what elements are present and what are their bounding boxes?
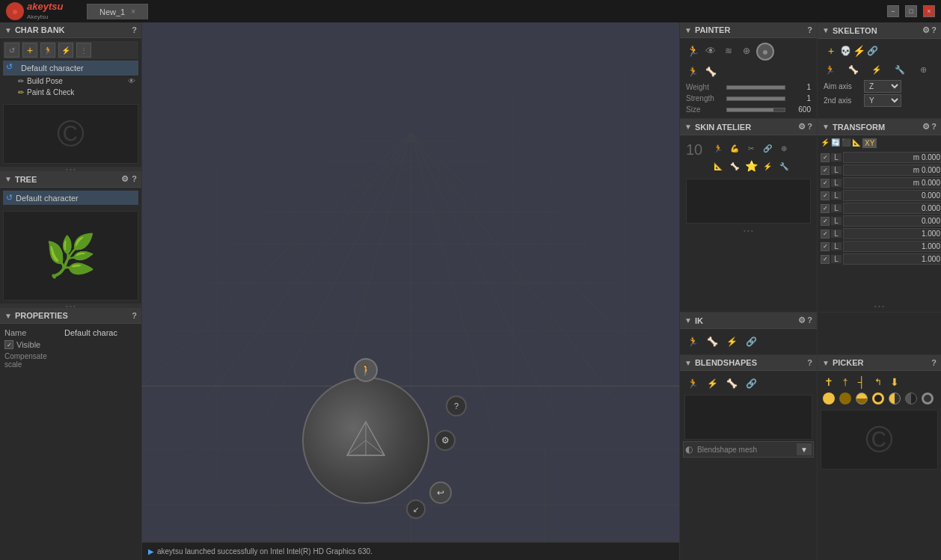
blend-icon-1[interactable]: 🏃 <box>684 375 701 392</box>
tr-check-7[interactable]: ✓ <box>821 242 830 251</box>
tr-check-5[interactable]: ✓ <box>821 217 830 226</box>
skel-icon-3[interactable]: ⚡ <box>868 61 885 78</box>
skeleton-icon-2[interactable]: ⚡ <box>853 45 865 57</box>
char-tool-1[interactable]: 🏃 <box>40 43 55 58</box>
pick-arrow-2[interactable]: ⬇ <box>887 375 902 390</box>
skeleton-icon-1[interactable]: 💀 <box>840 46 851 56</box>
tr-check-1[interactable]: ✓ <box>821 166 830 175</box>
blendshapes-help[interactable]: ? <box>807 358 812 367</box>
tr-icon-1[interactable]: ⚡ <box>821 138 830 148</box>
skel-icon-1[interactable]: 🏃 <box>822 61 839 78</box>
skin-ic-1[interactable]: 🏃 <box>710 140 726 156</box>
blend-icon-4[interactable]: 🔗 <box>743 375 759 392</box>
skeleton-help[interactable]: ? <box>931 25 937 35</box>
transform-help[interactable]: ? <box>931 122 937 132</box>
skin-help[interactable]: ? <box>807 122 812 132</box>
skin-resize-dots[interactable]: • • • <box>683 227 814 235</box>
tr-input-7[interactable] <box>843 241 941 252</box>
skin-arrow[interactable]: ▼ <box>684 123 692 131</box>
blend-icon-3[interactable]: 🦴 <box>723 375 740 392</box>
tr-input-3[interactable] <box>843 190 941 201</box>
skeleton-gear[interactable]: ⚙ <box>922 25 930 35</box>
tr-icon-2[interactable]: 🔄 <box>831 138 840 148</box>
tree-gear[interactable]: ⚙ <box>121 174 129 184</box>
picker-arrow[interactable]: ▼ <box>822 359 830 367</box>
nav-back-button[interactable]: ↩ <box>429 481 452 504</box>
tr-check-6[interactable]: ✓ <box>821 230 830 239</box>
skin-ic-4[interactable]: 🔗 <box>759 140 776 156</box>
tr-icon-5[interactable]: XY <box>862 138 877 148</box>
skel-icon-5[interactable]: ⊕ <box>915 61 931 78</box>
properties-help[interactable]: ? <box>132 311 137 320</box>
close-button[interactable]: × <box>923 5 935 17</box>
nav-help-button[interactable]: ? <box>446 396 467 416</box>
nav-left-button[interactable]: ↙ <box>406 499 426 519</box>
skeleton-add-button[interactable]: + <box>824 43 839 58</box>
pick-arrow-1[interactable]: ↰ <box>871 375 886 390</box>
skin-ic-6[interactable]: 📐 <box>710 158 726 174</box>
painter-icon-3[interactable]: ≋ <box>720 43 737 59</box>
tr-check-2[interactable]: ✓ <box>821 179 830 188</box>
tree-default-character[interactable]: ↺ Default character <box>3 191 138 205</box>
transform-gear[interactable]: ⚙ <box>922 122 930 132</box>
painter-icon-1[interactable]: 🏃 <box>684 43 701 59</box>
size-slider[interactable] <box>726 108 785 112</box>
pick-circle-7[interactable] <box>922 393 934 404</box>
minimize-button[interactable]: − <box>887 5 899 17</box>
skin-ic-9[interactable]: ⚡ <box>759 158 776 174</box>
tr-check-3[interactable]: ✓ <box>821 191 830 200</box>
tr-input-8[interactable] <box>843 253 941 265</box>
painter-icon-7[interactable]: 🦴 <box>702 64 719 80</box>
skeleton-arrow[interactable]: ▼ <box>822 26 830 34</box>
tr-icon-4[interactable]: 📐 <box>852 138 861 148</box>
pick-circle-5[interactable] <box>889 393 901 404</box>
pick-circle-1[interactable] <box>823 393 835 404</box>
tr-check-4[interactable]: ✓ <box>821 204 830 213</box>
tr-input-4[interactable] <box>843 203 941 214</box>
picker-help[interactable]: ? <box>931 358 937 367</box>
tr-input-2[interactable] <box>843 177 941 188</box>
ik-icon-4[interactable]: 🔗 <box>743 333 759 350</box>
skeleton-icon-3[interactable]: 🔗 <box>867 46 878 56</box>
visible-checkbox[interactable]: ✓ <box>4 340 13 349</box>
ik-arrow[interactable]: ▼ <box>684 316 692 324</box>
paint-check-item[interactable]: ✏ Paint & Check <box>3 87 138 98</box>
tree-help[interactable]: ? <box>132 174 137 184</box>
tr-icon-3[interactable]: ⬛ <box>842 138 850 148</box>
char-bank-help[interactable]: ? <box>132 25 137 34</box>
ik-help[interactable]: ? <box>807 316 812 325</box>
transform-resize-dots[interactable]: • • • <box>819 302 940 310</box>
painter-arrow[interactable]: ▼ <box>684 26 692 34</box>
char-tool-3[interactable]: ⋮ <box>76 43 91 58</box>
skin-ic-10[interactable]: 🔧 <box>776 158 792 174</box>
eye-icon[interactable]: 👁 <box>128 77 135 85</box>
skin-ic-3[interactable]: ✂ <box>743 140 759 156</box>
painter-icon-6[interactable]: 🏃 <box>684 64 701 80</box>
strength-slider[interactable] <box>726 96 785 101</box>
tree-arrow[interactable]: ▼ <box>4 175 12 183</box>
tr-input-6[interactable] <box>843 228 941 239</box>
tab-close-button[interactable]: × <box>131 7 135 16</box>
skel-icon-2[interactable]: 🦴 <box>845 61 862 78</box>
skin-ic-7[interactable]: 🦴 <box>726 158 743 174</box>
painter-help[interactable]: ? <box>807 25 812 34</box>
maximize-button[interactable]: □ <box>905 5 917 17</box>
pick-cross-2[interactable]: † <box>838 375 853 390</box>
char-tool-2[interactable]: ⚡ <box>58 43 73 58</box>
default-character-item[interactable]: ↺ Default character <box>3 61 138 76</box>
tr-input-5[interactable] <box>843 215 941 227</box>
tr-check-8[interactable]: ✓ <box>821 255 830 264</box>
painter-icon-2[interactable]: 👁 <box>702 43 719 59</box>
blendshapes-arrow[interactable]: ▼ <box>684 359 692 367</box>
ik-gear[interactable]: ⚙ <box>798 316 806 325</box>
char-bank-arrow[interactable]: ▼ <box>4 26 12 34</box>
blend-icon-2[interactable]: ⚡ <box>704 375 720 392</box>
second-axis-select[interactable]: YZX <box>864 94 901 107</box>
painter-icon-5[interactable]: ● <box>756 43 774 61</box>
tr-input-1[interactable] <box>843 164 941 176</box>
painter-icon-4[interactable]: ⊕ <box>738 43 755 59</box>
tr-input-0[interactable] <box>843 152 941 163</box>
blend-mesh-dropdown[interactable]: ▼ <box>797 443 812 455</box>
main-tab[interactable]: New_1 × <box>87 4 148 19</box>
skin-ic-8[interactable]: ⭐ <box>743 158 759 174</box>
